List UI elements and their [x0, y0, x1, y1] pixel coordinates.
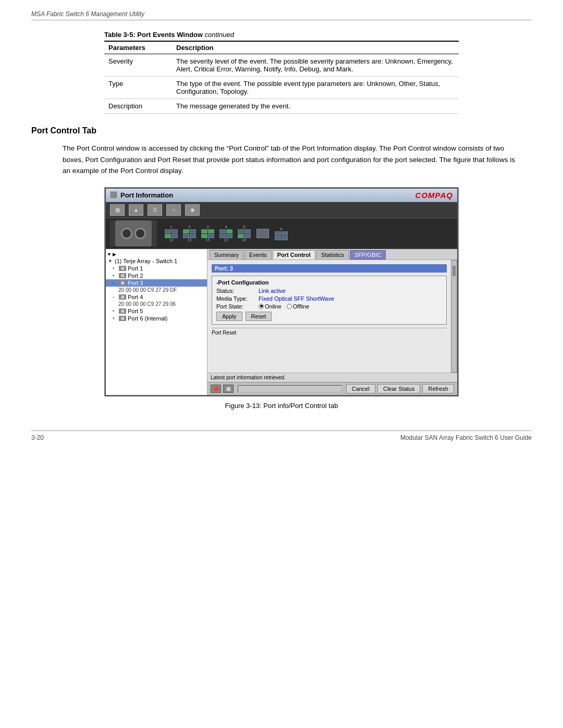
param-description: Description: [104, 99, 172, 114]
port-reset-label: Port Reset: [212, 328, 447, 336]
bottom-icon-1: 🔴: [211, 385, 221, 393]
tab-port-control[interactable]: Port Control: [273, 250, 315, 260]
ind-seg-lit: [226, 229, 232, 233]
port-tree-icon: ▦: [119, 266, 126, 271]
table-section: Table 3-5: Port Events Window continued …: [104, 31, 459, 114]
toolbar-icon-5[interactable]: ◉: [185, 204, 200, 216]
port-indicators: 1 10: [159, 225, 453, 242]
tree-plus-icon: +: [112, 309, 117, 314]
right-panel-inner: Port: 3 -Port Configuration Status: Link…: [207, 260, 457, 373]
radio-online[interactable]: Online: [259, 303, 282, 310]
device-image: [110, 220, 157, 246]
port-indicator-bar: 1 10: [106, 218, 457, 249]
port-indicator-4: 4 15: [219, 225, 232, 242]
ind-seg-lit: [201, 229, 207, 233]
footer-title: Modular SAN Array Fabric Switch 6 User G…: [400, 434, 532, 441]
tree-root-item[interactable]: ▼ (1) Terje Array - Switch 1: [106, 257, 207, 265]
toolbar-icon-1[interactable]: ▦: [110, 204, 125, 216]
radio-dot-online: [259, 304, 264, 309]
toolbar-icon-2[interactable]: ▲: [129, 204, 143, 216]
port-indicator-6: 6: [275, 227, 288, 240]
section-heading: Port Control Tab: [31, 126, 532, 135]
tree-port-5[interactable]: + ▦ Port 5: [106, 307, 207, 315]
status-row: Status: Link active: [216, 288, 442, 294]
tree-port-3[interactable]: − ▦ Port 3: [106, 279, 207, 287]
refresh-button[interactable]: Refresh: [422, 384, 454, 393]
table-caption: Table 3-5: Port Events Window continued: [104, 31, 459, 39]
clear-status-button[interactable]: Clear Status: [377, 384, 421, 393]
title-bar-text: Port Information: [120, 191, 173, 199]
port-indicator-3: 3 15: [201, 225, 214, 242]
ind-seg: [190, 234, 196, 238]
reset-button[interactable]: Reset: [246, 312, 272, 321]
tab-summary[interactable]: Summary: [210, 250, 243, 260]
expand-icon[interactable]: ▶: [113, 252, 116, 257]
media-label: Media Type:: [216, 295, 255, 302]
cancel-button[interactable]: Cancel: [346, 384, 375, 393]
progress-bar: [238, 385, 342, 392]
mac-addr-text: 20 00 00 00 C9 27 29 06: [118, 301, 176, 307]
tab-content-port-control: Port: 3 -Port Configuration Status: Link…: [207, 260, 451, 373]
config-box-title: -Port Configuration: [216, 279, 442, 286]
scrollbar[interactable]: [451, 260, 457, 373]
tree-root-controls: ▼ ▶: [106, 251, 207, 257]
bottom-bar-right: Cancel Clear Status Refresh: [346, 384, 454, 393]
header-text: MSA Fabric Switch 6 Management Utility: [31, 10, 144, 18]
main-content: ▼ ▶ ▼ (1) Terje Array - Switch 1 + ▦ Por…: [106, 249, 457, 395]
title-bar-left: Port Information: [110, 191, 173, 199]
toolbar-icon-3[interactable]: ☰: [148, 204, 162, 216]
status-label: Status:: [216, 288, 255, 294]
param-type: Type: [104, 77, 172, 99]
tree-port-4[interactable]: − ▦ Port 4: [106, 293, 207, 301]
ind-seg: [219, 234, 226, 238]
apply-reset-row: Apply Reset: [216, 312, 442, 321]
port-tree-icon: ▦: [119, 316, 126, 321]
collapse-icon[interactable]: ▼: [107, 252, 112, 257]
port-indicator-1: 1 10: [165, 225, 178, 242]
tab-sfp-gbic[interactable]: SFP/GBIC: [350, 250, 386, 260]
ind-seg: [183, 234, 189, 238]
port-config-box: -Port Configuration Status: Link active …: [212, 276, 447, 325]
toolbar-icon-4[interactable]: ☼: [166, 204, 181, 216]
lens-2: [134, 228, 146, 239]
ind-seg-lit: [165, 234, 171, 238]
ind-seg: [275, 231, 281, 236]
status-bar: Latest port information retrieved.: [207, 373, 457, 382]
section-body: The Port Control window is accessed by c…: [31, 143, 532, 177]
tree-port-6[interactable]: + ▦ Port 6 (Internal): [106, 315, 207, 322]
tree-label: Port 2: [128, 273, 143, 279]
bottom-bar: 🔴 ▦ Cancel Clear Status Refresh: [207, 382, 457, 395]
port-state-row: Port State: Online: [216, 303, 442, 310]
tree-plus-icon: +: [112, 273, 117, 278]
ind-seg: [226, 234, 232, 238]
tab-events[interactable]: Events: [244, 250, 272, 260]
tree-port-2[interactable]: + ▦ Port 2: [106, 272, 207, 279]
events-table: Parameters Description Severity The seve…: [104, 41, 459, 114]
media-type-row: Media Type: Fixed Optical SFF ShortWave: [216, 295, 442, 302]
port-tree-icon: ▦: [119, 309, 126, 314]
tab-bar: Summary Events Port Control Statistics S…: [207, 249, 457, 260]
ind-seg: [165, 229, 171, 233]
radio-offline[interactable]: Offline: [287, 303, 310, 310]
ind-seg: [172, 234, 178, 238]
table-row: Severity The severity level of the event…: [104, 54, 459, 77]
status-value: Link active: [259, 288, 286, 294]
apply-button[interactable]: Apply: [216, 312, 242, 321]
window-icon-1: [110, 191, 117, 199]
radio-dot-offline: [287, 304, 292, 309]
radio-offline-label: Offline: [293, 303, 310, 310]
desc-severity: The severity level of the event. The pos…: [172, 54, 459, 77]
port-indicator-5: 5 16: [238, 225, 251, 242]
param-severity: Severity: [104, 54, 172, 77]
port-info-window: Port Information COMPAQ ▦ ▲ ☰ ☼ ◉: [105, 188, 458, 396]
tree-minus-icon: −: [112, 280, 117, 286]
table-row: Type The type of the event. The possible…: [104, 77, 459, 99]
tree-port-1[interactable]: + ▦ Port 1: [106, 265, 207, 272]
mac-addr-text: 20 00 00 00 C9 27 29 DF: [118, 287, 177, 293]
tab-statistics[interactable]: Statistics: [316, 250, 349, 260]
port-state-label: Port State:: [216, 303, 255, 310]
ind-seg: [190, 229, 196, 233]
compaq-logo: COMPAQ: [415, 191, 453, 200]
port-tree-icon: ▦: [119, 273, 126, 278]
bottom-bar-left: 🔴 ▦: [211, 385, 234, 393]
